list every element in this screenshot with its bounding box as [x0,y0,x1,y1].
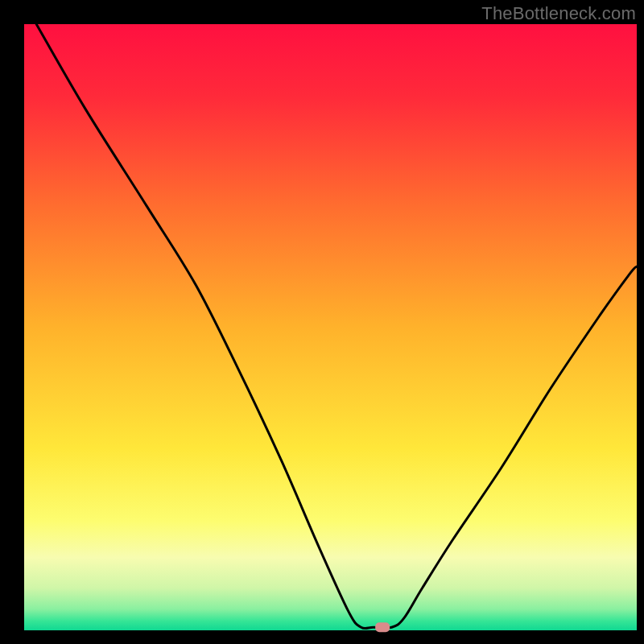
watermark-label: TheBottleneck.com [481,3,636,24]
chart-frame: TheBottleneck.com [0,0,644,644]
plot-background [24,24,637,630]
bottleneck-chart [0,0,644,644]
optimum-marker [375,622,390,632]
